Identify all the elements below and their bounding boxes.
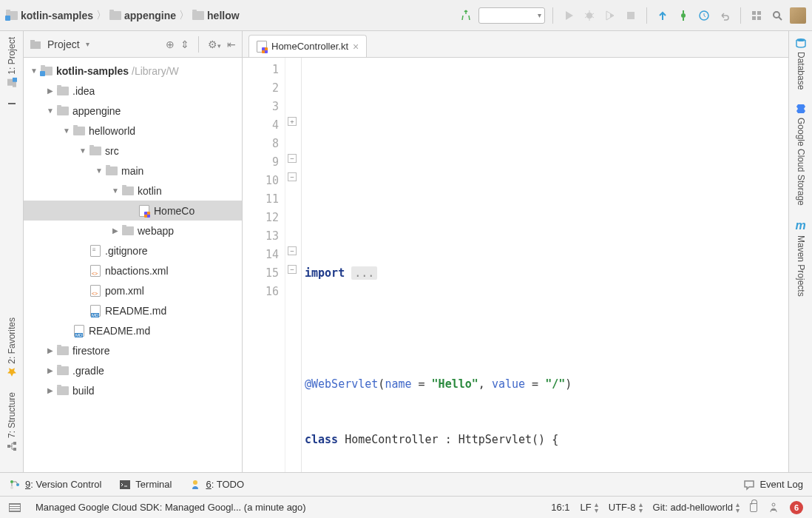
bottom-tool-bar: 9: Version Control Terminal 6: TODO Even… [0, 472, 812, 496]
fold-marker[interactable]: + [288, 117, 297, 126]
fold-gutter: + − − − − [285, 58, 302, 472]
tool-structure[interactable]: 7: Structure [7, 392, 17, 451]
minimize-icon[interactable] [7, 95, 17, 106]
project-tree[interactable]: ▼kotlin-samples/Library/W▶.idea▼appengin… [24, 58, 242, 472]
tool-favorites[interactable]: 2: Favorites [7, 317, 17, 377]
fold-marker[interactable]: − [288, 265, 297, 274]
chevron-right-icon: 〉 [179, 9, 189, 22]
tree-item[interactable]: nbactions.xml [24, 260, 242, 280]
svg-point-8 [774, 12, 779, 18]
svg-rect-22 [120, 480, 130, 489]
search-icon[interactable] [769, 7, 785, 24]
sync-icon[interactable] [458, 7, 474, 24]
event-log[interactable]: Event Log [743, 479, 803, 491]
kotlin-file-icon [257, 41, 267, 53]
inspector-icon[interactable] [768, 502, 779, 514]
editor-body[interactable]: 12348910111213141516 + − − − − import ..… [243, 58, 788, 472]
breadcrumb-item-2[interactable]: hellow [192, 10, 240, 21]
fold-marker[interactable]: − [288, 172, 297, 181]
folder-icon [192, 11, 204, 20]
run-button[interactable] [561, 7, 577, 24]
undo-icon[interactable] [717, 7, 733, 24]
tree-item[interactable]: ▼kotlin [24, 181, 242, 201]
tree-item[interactable]: ▼helloworld [24, 121, 242, 141]
todo-icon [189, 479, 201, 491]
editor-area: HomeController.kt × 12348910111213141516… [243, 31, 788, 472]
tree-item[interactable]: ▶firestore [24, 340, 242, 360]
project-view-icon [30, 38, 41, 50]
tool-gcs[interactable]: Google Cloud Storage [795, 103, 807, 206]
editor-tab[interactable]: HomeController.kt × [248, 35, 367, 57]
close-icon[interactable]: × [353, 41, 359, 53]
git-branch[interactable]: Git: add-helloworld▴▾ [653, 502, 740, 514]
tree-item[interactable]: ▶.gradle [24, 360, 242, 380]
collapse-icon[interactable]: ⇕ [180, 38, 189, 50]
svg-point-23 [193, 480, 197, 485]
terminal-icon [119, 479, 131, 491]
cursor-position[interactable]: 16:1 [551, 502, 569, 513]
folder-icon [6, 11, 18, 20]
target-icon[interactable]: ⊕ [166, 38, 175, 50]
svg-rect-1 [627, 12, 635, 19]
chevron-down-icon[interactable]: ▾ [86, 40, 89, 48]
svg-rect-7 [757, 16, 761, 20]
svg-point-2 [681, 13, 686, 18]
tree-item[interactable]: README.md [24, 320, 242, 340]
fold-marker[interactable]: − [288, 154, 297, 163]
tree-item[interactable]: ▼main [24, 161, 242, 181]
notification-badge[interactable]: 6 [790, 501, 803, 514]
project-panel-title[interactable]: Project [47, 38, 80, 50]
tree-item[interactable]: .gitignore [24, 240, 242, 260]
vcs-commit-icon[interactable] [675, 7, 691, 24]
code-content[interactable]: import ... @WebServlet(name = "Hello", v… [302, 58, 788, 472]
gear-icon[interactable]: ⚙▾ [208, 38, 221, 50]
tree-item[interactable]: ▶build [24, 380, 242, 400]
avatar[interactable] [790, 7, 806, 24]
tool-maven[interactable]: mMaven Projects [795, 219, 805, 297]
svg-point-20 [10, 486, 13, 489]
tool-project[interactable]: 1: Project [7, 37, 17, 88]
lock-icon[interactable] [750, 503, 757, 512]
vcs-update-icon[interactable] [654, 7, 671, 24]
svg-rect-10 [13, 85, 16, 87]
tool-version-control[interactable]: 9: Version Control [9, 479, 101, 491]
status-bar: Managed Google Cloud SDK: Managed Googl.… [0, 496, 812, 518]
svg-rect-14 [13, 442, 16, 445]
debug-button[interactable] [581, 7, 598, 24]
tree-item[interactable]: ▼appengine [24, 101, 242, 121]
top-toolbar: kotlin-samples 〉 appengine 〉 hellow ▾ [0, 0, 812, 31]
svg-point-0 [586, 13, 592, 18]
line-gutter: 12348910111213141516 [243, 58, 285, 472]
svg-point-18 [796, 38, 805, 41]
right-tool-strip: Database Google Cloud Storage mMaven Pro… [788, 31, 812, 472]
tree-item[interactable]: pom.xml [24, 280, 242, 300]
structure-icon[interactable] [748, 7, 765, 24]
vcs-history-icon[interactable] [696, 7, 712, 24]
svg-rect-5 [757, 11, 761, 15]
tree-item[interactable]: ▶.idea [24, 81, 242, 101]
tree-item[interactable]: README.md [24, 300, 242, 320]
run-config-select[interactable]: ▾ [478, 7, 545, 24]
tool-todo[interactable]: 6: TODO [189, 479, 244, 491]
tree-item[interactable]: ▼kotlin-samples/Library/W [24, 61, 242, 81]
coverage-button[interactable] [602, 7, 618, 24]
svg-rect-4 [752, 11, 756, 15]
breadcrumb-item-0[interactable]: kotlin-samples [6, 10, 93, 21]
svg-rect-16 [30, 41, 41, 49]
tree-item[interactable]: ▶webapp [24, 221, 242, 240]
breadcrumb-item-1[interactable]: appengine [109, 10, 176, 21]
memory-indicator-icon[interactable] [9, 503, 21, 512]
hide-icon[interactable]: ⇤ [227, 38, 236, 50]
stop-button[interactable] [623, 7, 639, 24]
tree-item[interactable]: HomeCo [24, 201, 242, 221]
tool-terminal[interactable]: Terminal [119, 479, 172, 491]
project-panel: Project ▾ ⊕ ⇕ ⚙▾ ⇤ ▼kotlin-samples/Libra… [24, 31, 243, 472]
fold-marker[interactable]: − [288, 246, 297, 255]
encoding[interactable]: UTF-8▴▾ [609, 502, 643, 514]
tree-item[interactable]: ▼src [24, 141, 242, 161]
line-separator[interactable]: LF▴▾ [581, 502, 598, 514]
breadcrumb[interactable]: kotlin-samples 〉 appengine 〉 hellow [6, 9, 240, 22]
project-panel-header: Project ▾ ⊕ ⇕ ⚙▾ ⇤ [24, 31, 242, 58]
left-tool-strip: 1: Project 2: Favorites 7: Structure [0, 31, 24, 472]
tool-database[interactable]: Database [795, 37, 807, 90]
